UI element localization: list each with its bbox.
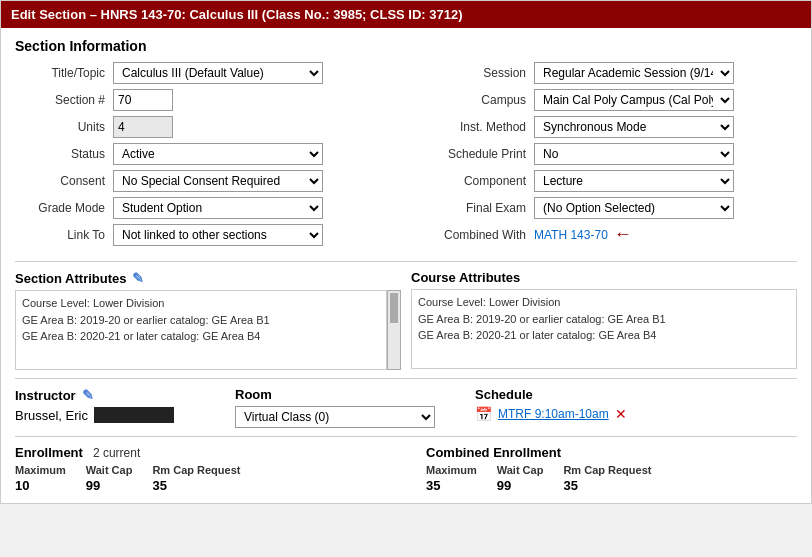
grade-mode-select[interactable]: Student Option xyxy=(113,197,323,219)
section-info-title: Section Information xyxy=(15,38,797,54)
course-attr-line-1: Course Level: Lower Division xyxy=(418,294,790,311)
enrollment-col: Enrollment 2 current Maximum 10 Wait Cap… xyxy=(15,445,386,493)
enrollment-header: Enrollment 2 current xyxy=(15,445,386,460)
units-label: Units xyxy=(15,120,105,134)
inst-method-label: Inst. Method xyxy=(416,120,526,134)
combined-with-link[interactable]: MATH 143-70 xyxy=(534,228,608,242)
component-select[interactable]: Lecture xyxy=(534,170,734,192)
combined-rmcap-value: 35 xyxy=(563,478,651,493)
final-exam-select[interactable]: (No Option Selected) xyxy=(534,197,734,219)
session-row: Session Regular Academic Session (9/14/2… xyxy=(416,62,797,84)
right-form-col: Session Regular Academic Session (9/14/2… xyxy=(416,62,797,251)
section-attr-text-box: Course Level: Lower Division GE Area B: … xyxy=(15,290,387,370)
combined-with-row: Combined With MATH 143-70 ← xyxy=(416,224,797,245)
instructor-title: Instructor ✎ xyxy=(15,387,215,403)
grade-mode-row: Grade Mode Student Option xyxy=(15,197,396,219)
combined-enrollment-label: Combined Enrollment xyxy=(426,445,561,460)
course-attr-line-2: GE Area B: 2019-20 or earlier catalog: G… xyxy=(418,311,790,328)
component-row: Component Lecture xyxy=(416,170,797,192)
link-to-label: Link To xyxy=(15,228,105,242)
room-title: Room xyxy=(235,387,455,402)
combined-enrollment-row: Maximum 35 Wait Cap 99 Rm Cap Request 35 xyxy=(426,464,797,493)
modal-header: Edit Section – HNRS 143-70: Calculus III… xyxy=(1,1,811,28)
room-label: Room xyxy=(235,387,272,402)
course-attr-title: Course Attributes xyxy=(411,270,520,285)
title-topic-row: Title/Topic Calculus III (Default Value) xyxy=(15,62,396,84)
divider3 xyxy=(15,436,797,437)
combined-waitcap-value: 99 xyxy=(497,478,544,493)
instructor-label: Instructor xyxy=(15,388,76,403)
combined-waitcap-label: Wait Cap xyxy=(497,464,544,476)
combined-maximum-value: 35 xyxy=(426,478,477,493)
combined-maximum-field: Maximum 35 xyxy=(426,464,477,493)
final-exam-row: Final Exam (No Option Selected) xyxy=(416,197,797,219)
status-select[interactable]: Active xyxy=(113,143,323,165)
instructor-name-row: Brussel, Eric xyxy=(15,407,215,423)
section-attr-line-3: GE Area B: 2020-21 or later catalog: GE … xyxy=(22,328,380,345)
schedule-remove-icon[interactable]: ✕ xyxy=(615,406,627,422)
section-attr-line-1: Course Level: Lower Division xyxy=(22,295,380,312)
instructor-col: Instructor ✎ Brussel, Eric xyxy=(15,387,215,423)
component-label: Component xyxy=(416,174,526,188)
divider2 xyxy=(15,378,797,379)
consent-select[interactable]: No Special Consent Required xyxy=(113,170,323,192)
modal-body: Section Information Title/Topic Calculus… xyxy=(1,28,811,503)
link-to-row: Link To Not linked to other sections xyxy=(15,224,396,246)
units-input[interactable]: 4 xyxy=(113,116,173,138)
instructor-name-redacted xyxy=(94,407,174,423)
grade-mode-label: Grade Mode xyxy=(15,201,105,215)
arrow-icon: ← xyxy=(614,224,632,245)
section-attr-edit-icon[interactable]: ✎ xyxy=(132,270,144,286)
enrollment-current: 2 current xyxy=(93,446,140,460)
schedule-print-label: Schedule Print xyxy=(416,147,526,161)
instructor-name-text: Brussel, Eric xyxy=(15,408,88,423)
status-label: Status xyxy=(15,147,105,161)
divider xyxy=(15,261,797,262)
instructor-edit-icon[interactable]: ✎ xyxy=(82,387,94,403)
schedule-link[interactable]: MTRF 9:10am-10am xyxy=(498,407,609,421)
enrollment-maximum-field: Maximum 10 xyxy=(15,464,66,493)
combined-rmcap-field: Rm Cap Request 35 xyxy=(563,464,651,493)
inst-method-select[interactable]: Synchronous Mode xyxy=(534,116,734,138)
enrollment-waitcap-field: Wait Cap 99 xyxy=(86,464,133,493)
course-attr-header: Course Attributes xyxy=(411,270,797,285)
combined-waitcap-field: Wait Cap 99 xyxy=(497,464,544,493)
course-attributes-col: Course Attributes Course Level: Lower Di… xyxy=(411,270,797,370)
form-grid: Title/Topic Calculus III (Default Value)… xyxy=(15,62,797,251)
combined-enrollment-col: Combined Enrollment Maximum 35 Wait Cap … xyxy=(426,445,797,493)
combined-with-label: Combined With xyxy=(416,228,526,242)
section-attributes-col: Section Attributes ✎ Course Level: Lower… xyxy=(15,270,401,370)
units-row: Units 4 xyxy=(15,116,396,138)
enrollment-waitcap-value: 99 xyxy=(86,478,133,493)
room-col: Room Virtual Class (0) xyxy=(235,387,455,428)
section-attr-scroll-thumb xyxy=(390,293,398,323)
combined-maximum-label: Maximum xyxy=(426,464,477,476)
schedule-print-select[interactable]: No xyxy=(534,143,734,165)
room-select[interactable]: Virtual Class (0) xyxy=(235,406,435,428)
schedule-entry: 📅 MTRF 9:10am-10am ✕ xyxy=(475,406,797,422)
title-topic-select[interactable]: Calculus III (Default Value) xyxy=(113,62,323,84)
campus-row: Campus Main Cal Poly Campus (Cal Poly-Sa… xyxy=(416,89,797,111)
section-attr-line-2: GE Area B: 2019-20 or earlier catalog: G… xyxy=(22,312,380,329)
section-attr-scrollbar[interactable] xyxy=(387,290,401,370)
campus-select[interactable]: Main Cal Poly Campus (Cal Poly-San Luis xyxy=(534,89,734,111)
calendar-icon: 📅 xyxy=(475,406,492,422)
final-exam-label: Final Exam xyxy=(416,201,526,215)
section-num-input[interactable]: 70 xyxy=(113,89,173,111)
enrollment-rmcap-value: 35 xyxy=(152,478,240,493)
schedule-col: Schedule 📅 MTRF 9:10am-10am ✕ xyxy=(475,387,797,422)
course-attr-line-3: GE Area B: 2020-21 or later catalog: GE … xyxy=(418,327,790,344)
enrollment-maximum-value: 10 xyxy=(15,478,66,493)
schedule-print-row: Schedule Print No xyxy=(416,143,797,165)
session-label: Session xyxy=(416,66,526,80)
instructor-room-schedule: Instructor ✎ Brussel, Eric Room Virtual … xyxy=(15,387,797,428)
consent-row: Consent No Special Consent Required xyxy=(15,170,396,192)
session-select[interactable]: Regular Academic Session (9/14/20 to 11 xyxy=(534,62,734,84)
edit-section-modal: Edit Section – HNRS 143-70: Calculus III… xyxy=(0,0,812,504)
enrollment-maximum-label: Maximum xyxy=(15,464,66,476)
inst-method-row: Inst. Method Synchronous Mode xyxy=(416,116,797,138)
course-attr-text-box: Course Level: Lower Division GE Area B: … xyxy=(411,289,797,369)
section-attr-title: Section Attributes xyxy=(15,271,126,286)
link-to-select[interactable]: Not linked to other sections xyxy=(113,224,323,246)
schedule-label: Schedule xyxy=(475,387,533,402)
